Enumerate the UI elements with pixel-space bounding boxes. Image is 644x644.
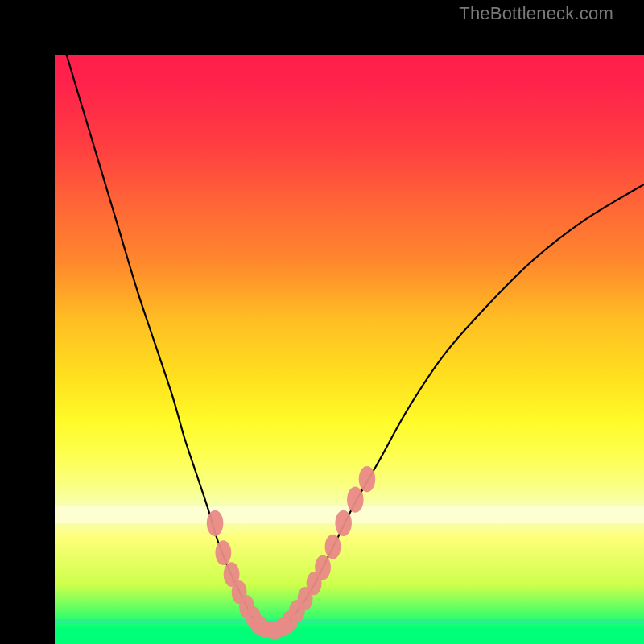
curve-layer <box>55 55 644 644</box>
marker-16 <box>335 510 352 536</box>
marker-18 <box>359 466 376 492</box>
plot-area <box>55 55 644 644</box>
marker-points <box>207 466 375 639</box>
bottleneck-curve <box>67 55 644 630</box>
chart-frame <box>0 0 644 644</box>
marker-14 <box>315 555 331 580</box>
marker-0 <box>207 510 224 536</box>
marker-15 <box>325 535 341 559</box>
series-left-branch <box>67 55 273 630</box>
watermark-text: TheBottleneck.com <box>459 3 613 24</box>
marker-1 <box>215 540 231 565</box>
marker-17 <box>347 487 364 513</box>
